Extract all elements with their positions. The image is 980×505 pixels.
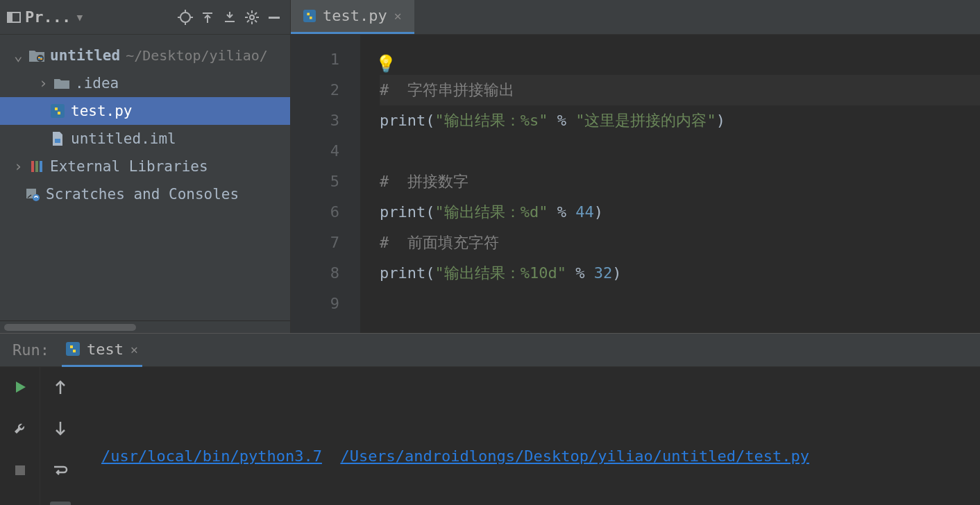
- svg-point-28: [33, 194, 40, 201]
- code-line[interactable]: [380, 289, 980, 319]
- code-line[interactable]: # 拼接数字: [380, 166, 980, 197]
- expand-all-icon[interactable]: [198, 8, 217, 26]
- svg-line-17: [255, 20, 257, 22]
- svg-line-19: [255, 12, 257, 15]
- tree-item-label: Scratches and Consoles: [46, 186, 239, 203]
- run-tab-label: test: [87, 341, 124, 358]
- run-body: /usr/local/bin/python3.7 /Users/androidl…: [0, 367, 980, 505]
- tab-label: test.py: [323, 7, 387, 24]
- tree-item-idea[interactable]: › .idea: [0, 69, 290, 97]
- hide-icon[interactable]: [265, 8, 283, 26]
- python-file-icon: [50, 104, 65, 118]
- editor-tab-testpy[interactable]: test.py ✕: [291, 0, 414, 34]
- project-sidebar: Pr... ▾ ⌄: [0, 0, 291, 333]
- locate-icon[interactable]: [176, 8, 194, 26]
- code-line[interactable]: [380, 136, 980, 166]
- rerun-button[interactable]: [10, 377, 31, 397]
- run-tab-test[interactable]: test ✕: [62, 334, 142, 367]
- gear-icon[interactable]: [243, 8, 261, 26]
- wrench-icon[interactable]: [10, 418, 31, 439]
- tree-external-libs[interactable]: › External Libraries: [0, 153, 290, 180]
- close-icon[interactable]: ✕: [130, 342, 138, 357]
- console-command-line: /usr/local/bin/python3.7 /Users/androidl…: [101, 440, 980, 472]
- editor-tabbar: test.py ✕: [291, 0, 980, 35]
- tree-item-testpy[interactable]: test.py: [0, 97, 290, 125]
- project-tree: ⌄ untitled ~/Desktop/yiliao/ › .idea tes…: [0, 35, 290, 320]
- bulb-icon[interactable]: 💡: [375, 49, 396, 79]
- svg-rect-22: [51, 104, 65, 118]
- code-line[interactable]: [380, 44, 980, 75]
- iml-file-icon: [50, 132, 65, 146]
- up-arrow-icon[interactable]: [50, 377, 71, 397]
- svg-rect-1: [8, 12, 12, 22]
- code-line[interactable]: print("输出结果：%10d" % 32): [380, 258, 980, 289]
- svg-rect-32: [15, 465, 25, 475]
- run-panel-label: Run:: [12, 341, 49, 359]
- project-panel-label[interactable]: Pr...: [25, 8, 71, 26]
- collapse-all-icon[interactable]: [221, 8, 239, 26]
- folder-icon: [54, 78, 69, 89]
- project-name: untitled: [50, 47, 120, 64]
- scrollbar-thumb[interactable]: [4, 324, 136, 331]
- filter-icon[interactable]: [50, 502, 71, 505]
- chevron-right-icon[interactable]: ›: [14, 158, 24, 175]
- run-nav-column: [40, 367, 81, 505]
- svg-rect-23: [55, 139, 60, 143]
- svg-rect-24: [31, 161, 34, 172]
- svg-point-11: [250, 15, 254, 19]
- libraries-icon: [29, 160, 44, 173]
- chevron-down-icon[interactable]: ⌄: [14, 47, 24, 64]
- code-line[interactable]: # 前面填充字符: [380, 228, 980, 258]
- run-panel: Run: test ✕: [0, 333, 980, 505]
- sidebar-toolbar: Pr... ▾: [0, 0, 290, 35]
- code-editor[interactable]: 123456789 💡 # 字符串拼接输出print("输出结果：%s" % "…: [291, 35, 980, 333]
- script-path-link[interactable]: /Users/androidlongs/Desktop/yiliao/untit…: [340, 447, 809, 465]
- tree-item-label: untitled.iml: [71, 130, 176, 147]
- close-icon[interactable]: ✕: [394, 8, 402, 23]
- project-window-icon: [7, 10, 21, 24]
- code-line[interactable]: print("输出结果：%s" % "这里是拼接的内容"): [380, 105, 980, 136]
- chevron-right-icon[interactable]: ›: [39, 75, 49, 92]
- folder-python-icon: [29, 49, 44, 62]
- soft-wrap-icon[interactable]: [50, 460, 71, 481]
- editor-pane: test.py ✕ 123456789 💡 # 字符串拼接输出print("输出…: [291, 0, 980, 333]
- code-body[interactable]: 💡 # 字符串拼接输出print("输出结果：%s" % "这里是拼接的内容")…: [360, 35, 980, 333]
- tree-scratches[interactable]: Scratches and Consoles: [0, 180, 290, 208]
- tree-item-iml[interactable]: untitled.iml: [0, 125, 290, 153]
- stop-button[interactable]: [10, 460, 31, 481]
- scratches-icon: [25, 187, 40, 201]
- svg-point-2: [180, 12, 190, 22]
- svg-rect-26: [40, 161, 42, 172]
- tree-item-label: test.py: [71, 103, 133, 119]
- line-gutter: 123456789: [291, 35, 360, 333]
- python-file-icon: [303, 10, 316, 22]
- svg-marker-31: [16, 382, 26, 393]
- svg-line-18: [247, 20, 249, 22]
- python-run-icon: [66, 342, 80, 356]
- code-line[interactable]: print("输出结果：%d" % 44): [380, 197, 980, 228]
- svg-rect-25: [35, 161, 38, 172]
- dropdown-icon[interactable]: ▾: [75, 8, 84, 26]
- down-arrow-icon[interactable]: [50, 418, 71, 439]
- run-action-column: [0, 367, 40, 505]
- svg-rect-30: [66, 342, 80, 356]
- project-path: ~/Desktop/yiliao/: [126, 47, 268, 64]
- tree-item-label: .idea: [75, 75, 119, 92]
- run-tabbar: Run: test ✕: [0, 334, 980, 367]
- console-output[interactable]: /usr/local/bin/python3.7 /Users/androidl…: [81, 367, 980, 505]
- project-root[interactable]: ⌄ untitled ~/Desktop/yiliao/: [0, 42, 290, 69]
- svg-line-16: [247, 12, 249, 15]
- sidebar-scrollbar[interactable]: [0, 320, 290, 333]
- code-line[interactable]: # 字符串拼接输出: [380, 75, 980, 105]
- tree-item-label: External Libraries: [50, 158, 208, 175]
- interpreter-path-link[interactable]: /usr/local/bin/python3.7: [101, 447, 322, 465]
- svg-rect-29: [303, 10, 316, 22]
- svg-rect-20: [269, 17, 280, 19]
